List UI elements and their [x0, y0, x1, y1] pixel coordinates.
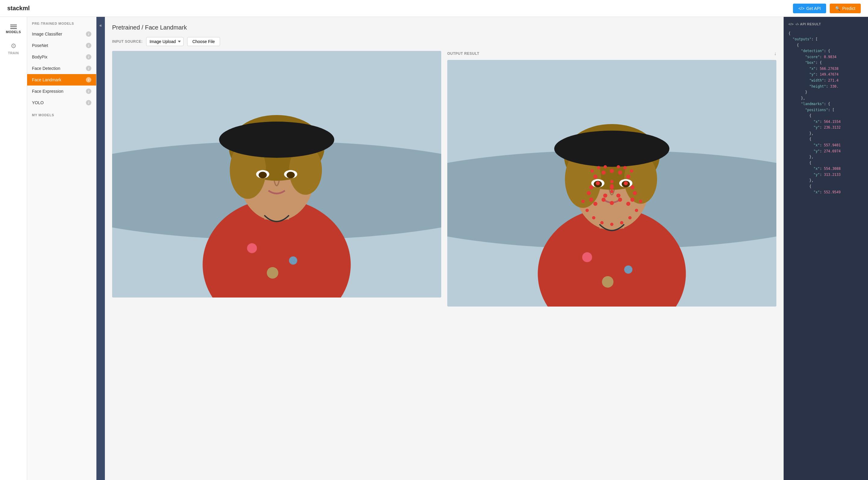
api-result-content: { "outputs": [ { "detection": { "score":…: [788, 31, 863, 196]
info-icon-face-detection[interactable]: i: [86, 66, 91, 71]
pretrained-section-title: PRE-TRAINED MODELS: [27, 22, 96, 28]
svg-point-40: [624, 181, 628, 185]
input-image-box: [112, 51, 441, 298]
model-item-face-detection[interactable]: Face Detection i: [27, 63, 96, 74]
output-result-label: OUTPUT RESULT: [447, 52, 479, 56]
predict-button[interactable]: 🔍 Predict: [830, 4, 861, 13]
svg-point-43: [616, 194, 621, 198]
svg-rect-9: [240, 125, 314, 154]
collapse-panel-button[interactable]: «: [96, 17, 105, 480]
svg-point-50: [633, 191, 637, 195]
svg-point-55: [610, 180, 614, 183]
svg-point-13: [287, 172, 295, 178]
svg-point-57: [610, 190, 614, 193]
svg-point-63: [630, 169, 633, 173]
sidebar-item-train[interactable]: ⚙ TRAIN: [0, 39, 27, 58]
app-logo: stackml: [7, 5, 30, 12]
topnav: stackml </> Get API 🔍 Predict: [0, 0, 868, 17]
svg-point-34: [593, 175, 598, 179]
svg-point-69: [620, 221, 623, 224]
chevron-left-icon: «: [99, 23, 102, 28]
svg-point-54: [626, 202, 630, 206]
svg-point-35: [601, 170, 606, 175]
svg-point-14: [247, 243, 257, 253]
svg-point-56: [610, 184, 614, 187]
models-panel: PRE-TRAINED MODELS Image Classifier i Po…: [27, 17, 96, 480]
model-item-yolo[interactable]: YOLO i: [27, 97, 96, 108]
svg-point-71: [635, 209, 638, 212]
model-item-bodypix[interactable]: BodyPix i: [27, 51, 96, 63]
svg-point-49: [587, 191, 591, 195]
search-icon: 🔍: [835, 6, 840, 11]
sidebar-icons: MODELS ⚙ TRAIN: [0, 17, 27, 480]
svg-point-59: [597, 166, 600, 169]
input-image-panel: [112, 51, 441, 307]
svg-point-31: [582, 252, 592, 262]
svg-point-66: [592, 216, 595, 219]
svg-point-33: [602, 276, 613, 287]
svg-point-38: [626, 175, 630, 179]
model-item-face-landmark[interactable]: Face Landmark i: [27, 74, 96, 85]
svg-point-44: [601, 198, 606, 202]
info-icon-face-landmark[interactable]: i: [86, 77, 91, 82]
layout: MODELS ⚙ TRAIN PRE-TRAINED MODELS Image …: [0, 17, 868, 480]
input-source-select[interactable]: Image Upload: [146, 37, 184, 46]
svg-point-53: [593, 202, 598, 206]
output-image-box: [447, 60, 776, 307]
svg-point-32: [624, 266, 632, 274]
svg-point-42: [603, 194, 607, 198]
svg-point-65: [586, 209, 589, 212]
svg-point-52: [630, 198, 634, 202]
svg-point-60: [604, 165, 607, 168]
get-api-button[interactable]: </> Get API: [793, 4, 827, 13]
main-content: Pretrained / Face Landmark INPUT SOURCE:…: [105, 17, 784, 480]
svg-point-48: [630, 185, 634, 190]
svg-point-51: [589, 198, 593, 202]
info-icon-face-expression[interactable]: i: [86, 89, 91, 94]
api-result-header: </> ‹/› API RESULT: [788, 22, 863, 27]
svg-point-12: [258, 172, 267, 178]
input-source-label: INPUT SOURCE:: [112, 39, 143, 44]
info-icon-yolo[interactable]: i: [86, 100, 91, 105]
images-row: OUTPUT RESULT ↓: [112, 51, 776, 307]
svg-point-16: [267, 267, 278, 279]
choose-file-button[interactable]: Choose File: [187, 37, 220, 46]
svg-point-70: [628, 216, 632, 219]
info-icon-bodypix[interactable]: i: [86, 54, 91, 60]
code-icon-api: </>: [788, 22, 794, 27]
code-icon: </>: [798, 6, 804, 11]
model-item-posenet[interactable]: PoseNet i: [27, 40, 96, 51]
page-title: Pretrained / Face Landmark: [112, 24, 776, 31]
input-row: INPUT SOURCE: Image Upload Choose File: [112, 37, 776, 46]
info-icon-posenet[interactable]: i: [86, 43, 91, 48]
svg-point-68: [610, 223, 614, 226]
svg-point-64: [581, 200, 585, 203]
svg-point-39: [596, 181, 600, 185]
svg-point-58: [590, 169, 594, 173]
model-item-image-classifier[interactable]: Image Classifier i: [27, 28, 96, 40]
svg-point-15: [289, 256, 297, 265]
models-icon: [10, 25, 17, 29]
svg-point-45: [610, 201, 614, 205]
svg-point-61: [617, 165, 620, 168]
output-image-panel: OUTPUT RESULT ↓: [447, 51, 776, 307]
svg-point-46: [618, 198, 622, 202]
output-image-svg: [447, 60, 776, 307]
info-icon-image-classifier[interactable]: i: [86, 31, 91, 37]
svg-point-47: [589, 185, 593, 190]
train-icon: ⚙: [10, 42, 17, 50]
svg-rect-26: [575, 134, 649, 163]
topnav-actions: </> Get API 🔍 Predict: [793, 4, 861, 13]
svg-point-67: [600, 221, 604, 224]
output-header: OUTPUT RESULT ↓: [447, 51, 776, 56]
download-icon[interactable]: ↓: [774, 51, 776, 56]
input-image-svg: [112, 51, 441, 298]
svg-point-72: [639, 200, 642, 203]
api-result-panel: </> ‹/› API RESULT { "outputs": [ { "det…: [784, 17, 868, 480]
sidebar-item-models[interactable]: MODELS: [0, 22, 27, 37]
svg-point-62: [623, 166, 627, 169]
my-models-section-title: MY MODELS: [27, 108, 96, 119]
svg-point-37: [618, 170, 622, 175]
model-item-face-expression[interactable]: Face Expression i: [27, 85, 96, 97]
svg-point-36: [610, 169, 614, 173]
